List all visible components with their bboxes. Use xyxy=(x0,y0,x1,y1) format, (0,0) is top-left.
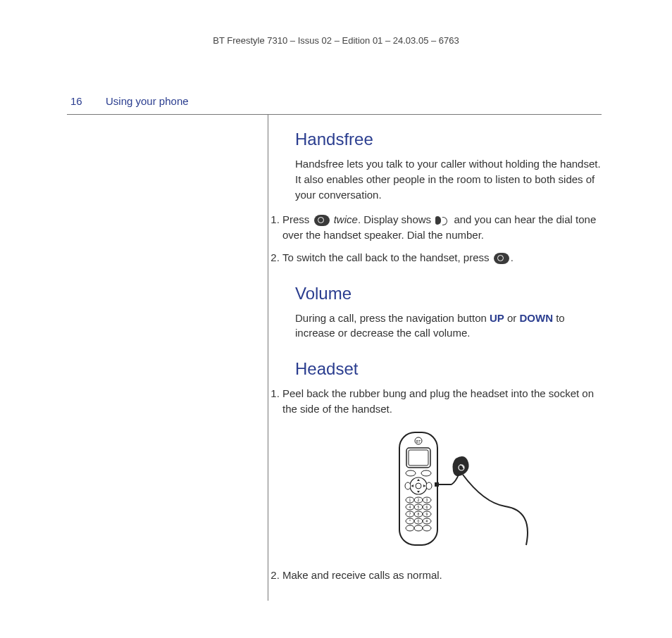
svg-point-23 xyxy=(406,525,414,531)
text-fragment: or xyxy=(504,312,520,324)
handsfree-intro: Handsfree lets you talk to your caller w… xyxy=(295,156,602,202)
svg-text:9: 9 xyxy=(425,512,428,516)
volume-heading: Volume xyxy=(295,284,602,304)
headset-steps-cont: Make and receive calls as normal. xyxy=(282,568,602,583)
svg-text:8: 8 xyxy=(417,512,419,516)
svg-point-5 xyxy=(406,470,416,476)
handsfree-step-2: To switch the call back to the handset, … xyxy=(282,250,602,265)
svg-rect-39 xyxy=(435,482,439,487)
document-header: BT Freestyle 7310 – Issus 02 – Edition 0… xyxy=(70,35,602,46)
main-text-column: Handsfree Handsfree lets you talk to you… xyxy=(268,114,602,601)
horizontal-rule xyxy=(67,114,602,115)
page-number: 16 xyxy=(70,95,106,107)
svg-point-24 xyxy=(414,525,423,531)
handset-headset-illustration: BT xyxy=(295,427,602,556)
volume-body: During a call, press the navigation butt… xyxy=(295,311,602,342)
svg-rect-4 xyxy=(409,450,428,465)
text-fragment: To switch the call back to the handset, … xyxy=(282,251,492,263)
text-fragment: . xyxy=(511,251,514,263)
svg-text:1: 1 xyxy=(409,498,411,502)
svg-text:7: 7 xyxy=(409,512,411,516)
svg-text:3: 3 xyxy=(425,498,428,502)
headset-section: Headset Peel back the rubber bung and pl… xyxy=(295,359,602,582)
manual-page: BT Freestyle 7310 – Issus 02 – Edition 0… xyxy=(0,0,672,629)
running-head: 16 Using your phone xyxy=(70,95,602,107)
left-margin-column xyxy=(70,114,268,601)
headset-step-1: Peel back the rubber bung and plug the h… xyxy=(282,386,602,417)
svg-text:0: 0 xyxy=(417,519,419,523)
section-title: Using your phone xyxy=(106,95,189,107)
svg-text:BT: BT xyxy=(416,439,420,443)
volume-section: Volume During a call, press the navigati… xyxy=(295,284,602,342)
content-columns: Handsfree Handsfree lets you talk to you… xyxy=(70,114,602,601)
handset-svg: BT xyxy=(357,427,540,553)
svg-text:6: 6 xyxy=(425,505,428,509)
headset-steps: Peel back the rubber bung and plug the h… xyxy=(282,386,602,417)
svg-text:4: 4 xyxy=(409,505,411,509)
svg-point-10 xyxy=(426,482,432,489)
talk-button-icon xyxy=(314,215,330,226)
svg-point-9 xyxy=(405,482,411,489)
talk-button-icon xyxy=(494,253,509,264)
handsfree-step-1: Press twice. Display shows and you can h… xyxy=(282,212,602,243)
headset-step-2: Make and receive calls as normal. xyxy=(282,568,602,583)
svg-text:2: 2 xyxy=(417,498,419,502)
handsfree-steps: Press twice. Display shows and you can h… xyxy=(282,212,602,265)
svg-point-6 xyxy=(421,470,431,476)
svg-text:5: 5 xyxy=(417,505,419,509)
svg-text:*: * xyxy=(409,519,411,523)
svg-point-25 xyxy=(423,525,431,531)
text-fragment: During a call, press the navigation butt… xyxy=(295,312,490,324)
handsfree-section: Handsfree Handsfree lets you talk to you… xyxy=(295,130,602,265)
handsfree-heading: Handsfree xyxy=(295,130,602,149)
svg-text:#: # xyxy=(425,519,428,523)
svg-point-8 xyxy=(416,483,421,489)
text-fragment: Press xyxy=(282,213,313,225)
keyword-down: DOWN xyxy=(520,312,554,324)
text-fragment: . Display shows xyxy=(358,213,434,225)
text-emphasis-twice: twice xyxy=(334,213,358,225)
speaker-icon xyxy=(435,215,449,226)
headset-heading: Headset xyxy=(295,359,602,379)
keyword-up: UP xyxy=(490,312,504,324)
